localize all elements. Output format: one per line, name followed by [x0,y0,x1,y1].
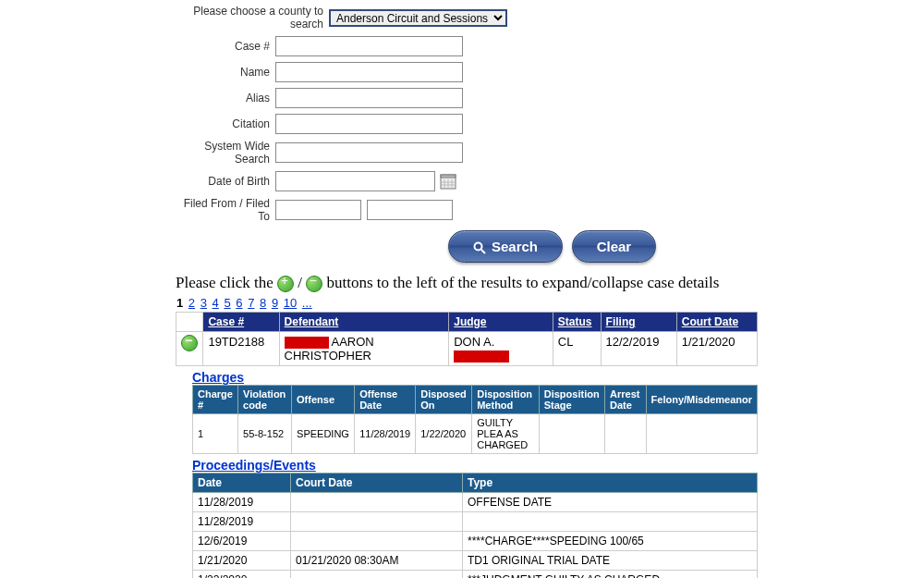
col-case-no[interactable]: Case # [203,313,279,332]
charges-title[interactable]: Charges [192,370,244,385]
filed-to-input[interactable] [367,200,453,220]
dob-input[interactable] [275,171,435,191]
calendar-icon[interactable] [440,173,456,190]
ch-col-offense: Offense [292,386,355,414]
name-input[interactable] [275,62,463,82]
page-link[interactable]: ... [302,296,312,310]
svg-line-8 [481,250,485,253]
table-row: 19TD2188 AARON CHRISTOPHER DON A. CL 12/… [176,332,758,366]
event-row: 1/22/2020***JUDGMENT GUILTY AS CHARGED [193,571,758,578]
row-collapse-icon[interactable] [181,335,198,351]
col-judge[interactable]: Judge [449,313,553,332]
svg-rect-1 [441,175,456,178]
col-filing[interactable]: Filing [601,313,676,332]
ch-col-method: Disposition Method [472,386,540,414]
redacted [285,337,329,349]
pager: 1 2 3 4 5 6 7 8 9 10 ... [176,296,924,310]
col-status[interactable]: Status [553,313,601,332]
ch-col-offdate: Offense Date [355,386,416,414]
citation-label: Citation [176,117,275,130]
ev-col-courtdate: Court Date [291,473,463,493]
event-row: 1/21/202001/21/2020 08:30AMTD1 ORIGINAL … [193,551,758,571]
sws-input[interactable] [275,142,463,163]
ch-col-violation: Violation code [238,386,292,414]
alias-input[interactable] [275,88,463,108]
alias-label: Alias [176,92,275,105]
col-court-date[interactable]: Court Date [676,313,757,332]
ch-col-stage: Disposition Stage [539,386,604,414]
collapse-icon [306,276,322,292]
event-row: 11/28/2019OFFENSE DATE [193,493,758,512]
event-row: 12/6/2019****CHARGE****SPEEDING 100/65 [193,532,758,551]
clear-button[interactable]: Clear [572,230,657,263]
events-table: Date Court Date Type 11/28/2019OFFENSE D… [192,473,758,578]
ev-col-type: Type [463,473,758,493]
expand-icon [277,276,294,292]
svg-point-7 [475,243,482,251]
charge-row: 1 55-8-152 SPEEDING 11/28/2019 1/22/2020… [193,414,758,454]
cell-court-date: 1/21/2020 [676,332,757,366]
cell-filing: 12/2/2019 [601,332,676,366]
ch-col-disposed: Disposed On [416,386,472,414]
ev-col-date: Date [193,473,291,493]
page-link[interactable]: 3 [201,296,207,310]
event-row: 11/28/2019 [193,512,758,532]
cell-judge: DON A. [449,332,553,366]
page-link[interactable]: 6 [236,296,242,310]
search-button[interactable]: Search [448,230,563,263]
instructions-text: Please click the / buttons to the left o… [176,274,924,292]
cell-defendant: AARON CHRISTOPHER [279,332,449,366]
citation-input[interactable] [275,114,463,134]
col-defendant[interactable]: Defendant [279,313,449,332]
dob-label: Date of Birth [176,175,275,188]
search-icon [473,241,486,254]
redacted [454,350,509,363]
results-table: Case # Defendant Judge Status Filing Cou… [176,312,758,366]
ch-col-arrest: Arrest Date [605,386,647,414]
case-no-label: Case # [176,40,275,53]
case-no-input[interactable] [275,36,463,56]
ch-col-no: Charge # [193,386,238,414]
name-label: Name [176,66,275,79]
county-select[interactable]: Anderson Circuit and Sessions [329,9,507,27]
ch-col-fm: Felony/Misdemeanor [646,386,757,414]
page-link[interactable]: 9 [272,296,278,310]
page-link[interactable]: 8 [260,296,266,310]
events-title[interactable]: Proceedings/Events [192,458,316,473]
cell-case-no: 19TD2188 [203,332,279,366]
charges-table: Charge # Violation code Offense Offense … [192,385,758,454]
county-label: Please choose a county to search [176,5,329,31]
page-link[interactable]: 7 [248,296,254,310]
page-link[interactable]: 5 [224,296,230,310]
sws-label: System Wide Search [176,140,275,166]
filed-label: Filed From / Filed To [176,197,275,223]
cell-status: CL [553,332,601,366]
filed-from-input[interactable] [275,200,361,220]
page-link[interactable]: 10 [284,296,297,310]
page-link[interactable]: 2 [188,296,195,310]
page-current: 1 [176,296,183,310]
page-link[interactable]: 4 [213,296,219,310]
